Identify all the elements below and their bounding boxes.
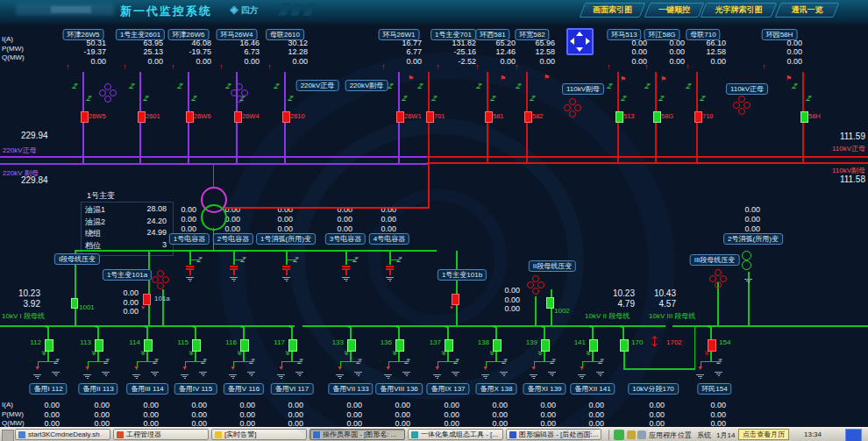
tray-menu-2[interactable]: 位置: [678, 430, 692, 440]
feeder-button-136[interactable]: 备用VIII 136: [375, 383, 423, 395]
feeder-button-117[interactable]: 备用VI 117: [271, 383, 314, 395]
cap-group-button[interactable]: 2号消弧(所用)变: [723, 233, 783, 245]
breaker-581[interactable]: [485, 111, 493, 123]
disconnector-icon[interactable]: Z: [658, 95, 665, 103]
feeder-button-154[interactable]: 环民154: [697, 383, 731, 395]
bay-label-26W1[interactable]: 环马26W1: [379, 29, 420, 40]
breaker-58G[interactable]: [653, 111, 661, 123]
disconnector-icon[interactable]: Z: [501, 358, 509, 366]
disconnector-icon[interactable]: Z: [489, 95, 497, 103]
tray-notify-icon[interactable]: [627, 430, 636, 439]
bay-label-58H[interactable]: 环园58H: [762, 29, 798, 40]
disconnector-icon[interactable]: Z: [273, 82, 281, 90]
pt-button[interactable]: II段母线压变: [529, 260, 576, 272]
bay-label-710[interactable]: 母联710: [686, 29, 720, 40]
feeder-button-112[interactable]: 备用I 112: [29, 383, 67, 395]
nav-button-3[interactable]: 光字牌索引图: [701, 3, 778, 18]
disconnector-icon[interactable]: Z: [53, 358, 60, 366]
breaker-710[interactable]: [694, 111, 702, 123]
tray-app-icon[interactable]: [614, 430, 624, 440]
feeder-button-113[interactable]: 备用II 113: [78, 383, 117, 395]
breaker-701[interactable]: [426, 111, 434, 123]
disconnector-icon[interactable]: Z: [287, 95, 295, 103]
breaker-112[interactable]: [45, 339, 53, 352]
disconnector-icon[interactable]: Z: [176, 82, 184, 90]
bus-button[interactable]: 110kV正母: [726, 83, 768, 95]
cap-group-button[interactable]: 2号电容器: [213, 233, 253, 245]
breaker-113[interactable]: [95, 339, 103, 352]
feeder-button-137[interactable]: 备用IX 137: [426, 383, 469, 395]
bay-label-26W6[interactable]: 环津26W6: [168, 29, 210, 40]
breaker-117[interactable]: [288, 339, 297, 352]
bay-label-581[interactable]: 环西581: [475, 29, 509, 40]
nav-button-1[interactable]: 画面索引图: [580, 3, 646, 18]
disconnector-icon[interactable]: Z: [597, 358, 605, 366]
disconnector-icon[interactable]: Z: [248, 358, 256, 366]
disconnector-icon[interactable]: Z: [529, 95, 537, 103]
disconnector-icon[interactable]: Z: [224, 82, 232, 90]
disconnector-icon[interactable]: Z: [715, 358, 723, 366]
disconnector-icon[interactable]: Z: [103, 358, 110, 366]
breaker-137[interactable]: [445, 339, 453, 352]
disconnector-icon[interactable]: Z: [430, 95, 438, 103]
taskbar-window-2[interactable]: 工程管理器: [113, 429, 209, 440]
tray-clock[interactable]: 13:34: [804, 430, 822, 438]
disconnector-icon[interactable]: Z: [685, 82, 693, 90]
disconnector-icon[interactable]: Z: [699, 95, 707, 103]
disconnector-icon[interactable]: Z: [292, 256, 300, 264]
breaker-1002[interactable]: [546, 297, 554, 309]
tray-menu-1[interactable]: 应用程序: [649, 430, 677, 440]
disconnector-icon[interactable]: Z: [452, 358, 460, 366]
disconnector-icon[interactable]: Z: [239, 256, 247, 264]
disconnector-icon[interactable]: Z: [644, 82, 651, 90]
disconnector-icon[interactable]: Z: [475, 82, 483, 90]
navigation-compass-button[interactable]: [566, 28, 594, 55]
disconnector-icon[interactable]: Z: [190, 95, 198, 103]
disconnector-icon[interactable]: Z: [355, 358, 363, 366]
breaker-141[interactable]: [589, 339, 598, 352]
disconnector-icon[interactable]: Z: [71, 82, 79, 90]
cap-group-button[interactable]: 4号电容器: [369, 233, 409, 245]
breaker-115[interactable]: [192, 339, 201, 352]
breaker-513[interactable]: [615, 111, 623, 123]
feeder-button-141[interactable]: 备用XII 141: [570, 383, 615, 395]
tray-menu-3[interactable]: 系统: [697, 430, 711, 440]
bus-button[interactable]: 110kV副母: [562, 83, 604, 95]
disconnector-icon[interactable]: Z: [395, 256, 403, 264]
cap-group-button[interactable]: 1号消弧(所用)变: [256, 233, 316, 245]
bay-label-2601[interactable]: 1号主变2601: [116, 29, 165, 40]
disconnector-icon[interactable]: Z: [142, 95, 150, 103]
nav-button-4[interactable]: 通讯一览: [775, 3, 840, 18]
disconnector-icon[interactable]: Z: [515, 82, 523, 90]
tray-network-icon[interactable]: [637, 430, 646, 439]
cap-group-button[interactable]: 3号电容器: [325, 233, 366, 245]
taskbar-window-4[interactable]: 操作员界面 - [图形名: ...: [309, 429, 405, 440]
disconnector-icon[interactable]: Z: [805, 95, 813, 103]
pt-button[interactable]: I段母线压变: [54, 253, 100, 265]
breaker-101a[interactable]: [143, 294, 151, 305]
disconnector-icon[interactable]: Z: [416, 82, 424, 90]
taskbar-window-5[interactable]: 一体化集成组态工具 - [...: [408, 429, 503, 440]
transformer-lv-winding-icon[interactable]: [201, 204, 227, 231]
feeder-button-133[interactable]: 备用VII 133: [328, 383, 373, 395]
breaker-26W1[interactable]: [396, 111, 404, 123]
disconnector-icon[interactable]: Z: [296, 358, 304, 366]
disconnector-icon[interactable]: Z: [791, 82, 799, 90]
breaker-154[interactable]: [708, 339, 716, 352]
breaker-116[interactable]: [240, 339, 249, 352]
bay-label-2610[interactable]: 母联2610: [266, 29, 304, 40]
bay-label-701[interactable]: 1号主变701: [430, 29, 476, 40]
breaker-26W5[interactable]: [81, 111, 89, 123]
feeder-button-116[interactable]: 备用V 116: [224, 383, 264, 395]
disconnector-icon[interactable]: Z: [403, 358, 411, 366]
breaker-133[interactable]: [347, 339, 356, 352]
breaker-26W6[interactable]: [186, 111, 194, 123]
tie-disconnector-icon[interactable]: ↕: [648, 330, 660, 351]
breaker-139[interactable]: [541, 339, 550, 352]
disconnector-icon[interactable]: Z: [85, 95, 93, 103]
breaker-582[interactable]: [524, 111, 532, 123]
disconnector-icon[interactable]: Z: [352, 256, 359, 264]
disconnector-icon[interactable]: Z: [549, 358, 557, 366]
disconnector-icon[interactable]: Z: [401, 95, 409, 103]
breaker-138[interactable]: [493, 339, 502, 352]
